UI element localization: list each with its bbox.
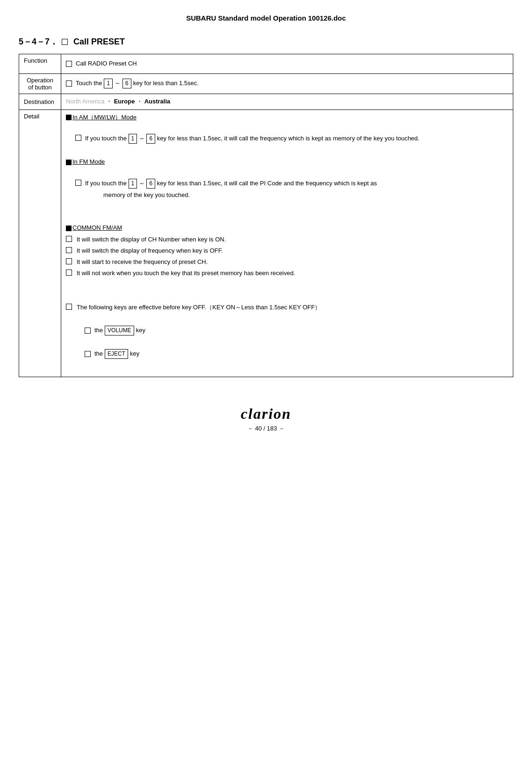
bullet-checkbox-2 bbox=[66, 247, 72, 253]
bullet-row-2: It will switch the display of frequency … bbox=[66, 246, 508, 256]
common-filled-square bbox=[66, 226, 72, 231]
am-detail-text: If you touch the 1 ～ 6 key for less than… bbox=[85, 134, 419, 144]
dest-dot1: ・ bbox=[106, 98, 112, 105]
bullet-row-1: It will switch the display of CH Number … bbox=[66, 235, 508, 245]
am-key2: 6 bbox=[146, 134, 155, 144]
fm-detail-row: If you touch the 1 ～ 6 key for less than… bbox=[75, 179, 508, 189]
operation-tilde: ～ bbox=[115, 79, 121, 88]
am-section-label: In AM（MW/LW）Mode bbox=[66, 113, 508, 123]
bullet-row-3: It will start to receive the frequency o… bbox=[66, 257, 508, 267]
dest-north-america: North America bbox=[66, 98, 104, 105]
clarion-logo: clarion bbox=[19, 405, 513, 423]
main-table: Function Call RADIO Preset CH Operation … bbox=[19, 54, 513, 377]
bullet-text-1: It will switch the display of CH Number … bbox=[77, 235, 226, 245]
volume-key-box: VOLUME bbox=[105, 326, 134, 335]
fm-section-title: In FM Mode bbox=[72, 158, 105, 165]
section-title: Call PRESET bbox=[73, 37, 125, 47]
eject-key-box: EJECT bbox=[105, 349, 128, 359]
function-checkbox bbox=[66, 61, 72, 67]
fm-key1: 1 bbox=[129, 179, 137, 189]
common-section-label: COMMON FM/AM bbox=[66, 223, 508, 233]
following-keys-section: The following keys are effective before … bbox=[66, 303, 508, 371]
section-heading: 5－4－7． Call PRESET bbox=[19, 36, 513, 47]
document-title: SUBARU Standard model Operation 100126.d… bbox=[19, 14, 513, 22]
function-row: Function Call RADIO Preset CH bbox=[19, 54, 513, 74]
common-bullets: It will switch the display of CH Number … bbox=[66, 235, 508, 278]
dest-dot2: ・ bbox=[137, 98, 143, 105]
operation-checkbox bbox=[66, 80, 72, 87]
page-number: － 40 / 183 － bbox=[19, 424, 513, 433]
common-section: COMMON FM/AM It will switch the display … bbox=[66, 223, 508, 278]
operation-suffix: key for less than 1.5sec. bbox=[133, 79, 199, 88]
fm-detail-continuation: memory of the key you touched. bbox=[103, 190, 508, 200]
eject-prefix: the bbox=[94, 349, 103, 359]
detail-row: Detail In AM（MW/LW）Mode If you touch the… bbox=[19, 109, 513, 377]
volume-suffix: key bbox=[136, 326, 145, 335]
eject-key-row: the EJECT key bbox=[85, 349, 508, 359]
bullet-checkbox-3 bbox=[66, 258, 72, 264]
detail-content: In AM（MW/LW）Mode If you touch the 1 ～ 6 … bbox=[61, 109, 513, 377]
common-section-title: COMMON FM/AM bbox=[72, 224, 122, 231]
dest-europe: Europe bbox=[114, 98, 135, 105]
am-section: In AM（MW/LW）Mode If you touch the 1 ～ 6 … bbox=[66, 113, 508, 144]
operation-content: Touch the 1 ～ 6 key for less than 1.5sec… bbox=[61, 73, 513, 94]
operation-row: Operation of button Touch the 1 ～ 6 key … bbox=[19, 73, 513, 94]
bullet-text-2: It will switch the display of frequency … bbox=[77, 246, 223, 256]
bullet-row-4: It will not work when you touch the key … bbox=[66, 269, 508, 278]
am-key1: 1 bbox=[129, 134, 137, 144]
fm-tilde: ～ bbox=[139, 180, 145, 187]
fm-section-label: In FM Mode bbox=[66, 157, 508, 167]
function-label: Function bbox=[19, 54, 61, 74]
operation-key2: 6 bbox=[122, 79, 131, 88]
bullet-checkbox-1 bbox=[66, 236, 72, 242]
following-keys-row: The following keys are effective before … bbox=[66, 303, 508, 313]
am-detail-row: If you touch the 1 ～ 6 key for less than… bbox=[75, 134, 508, 144]
function-text: Call RADIO Preset CH bbox=[76, 59, 137, 69]
am-filled-square bbox=[66, 115, 72, 120]
operation-key1: 1 bbox=[104, 79, 113, 88]
fm-checkbox bbox=[75, 180, 81, 186]
fm-filled-square bbox=[66, 160, 72, 165]
footer: clarion － 40 / 183 － bbox=[19, 405, 513, 433]
volume-key-row: the VOLUME key bbox=[85, 326, 508, 335]
eject-checkbox bbox=[85, 351, 91, 357]
section-number: 5－4－7． bbox=[19, 36, 58, 47]
fm-section: In FM Mode If you touch the 1 ～ 6 key fo… bbox=[66, 157, 508, 200]
detail-label: Detail bbox=[19, 109, 61, 377]
fm-detail-text: If you touch the 1 ～ 6 key for less than… bbox=[85, 179, 377, 189]
operation-label: Operation of button bbox=[19, 73, 61, 94]
following-text: The following keys are effective before … bbox=[77, 303, 321, 313]
eject-suffix: key bbox=[130, 349, 139, 359]
bullet-checkbox-4 bbox=[66, 270, 72, 276]
volume-checkbox bbox=[85, 328, 91, 334]
following-checkbox bbox=[66, 304, 72, 310]
bullet-text-3: It will start to receive the frequency o… bbox=[77, 257, 208, 267]
dest-australia: Australia bbox=[144, 98, 171, 105]
am-section-title: In AM（MW/LW）Mode bbox=[72, 114, 137, 121]
operation-touch-text: Touch the bbox=[76, 79, 102, 88]
destination-label: Destination bbox=[19, 94, 61, 109]
section-checkbox bbox=[62, 39, 68, 45]
bullet-text-4: It will not work when you touch the key … bbox=[77, 269, 295, 278]
function-content: Call RADIO Preset CH bbox=[61, 54, 513, 74]
volume-prefix: the bbox=[94, 326, 103, 335]
am-checkbox bbox=[75, 135, 81, 141]
destination-row: Destination North America ・ Europe ・ Aus… bbox=[19, 94, 513, 109]
destination-content: North America ・ Europe ・ Australia bbox=[61, 94, 513, 109]
am-tilde: ～ bbox=[139, 135, 145, 142]
fm-key2: 6 bbox=[146, 179, 155, 189]
